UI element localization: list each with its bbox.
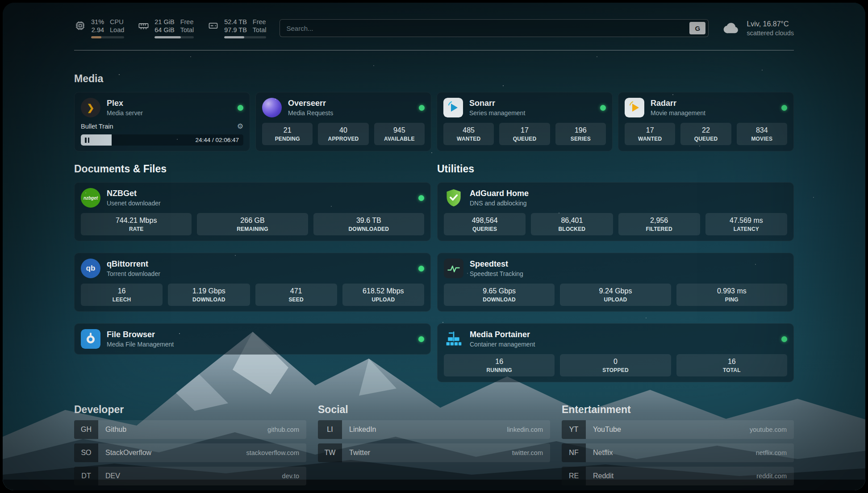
stat-upload: 9.24 Gbps UPLOAD (560, 284, 671, 306)
bookmark-abbr: GH (74, 420, 98, 439)
stat-label: LEECH (83, 297, 161, 303)
section-heading-social: Social (318, 404, 550, 416)
stat-label: QUEUED (682, 136, 729, 142)
status-dot (418, 266, 424, 272)
cpu-load-value: 2.94 (91, 26, 104, 34)
service-card-nzbget[interactable]: nzbget NZBGet Usenet downloader 744.21 M… (74, 182, 431, 241)
filebrowser-icon (81, 329, 100, 349)
service-title: Radarr (651, 99, 705, 108)
sonarr-icon (443, 98, 463, 117)
service-card-overseerr[interactable]: Overseerr Media Requests 21 PENDING 40 A… (255, 92, 431, 151)
service-card-speedtest[interactable]: Speedtest Speedtest Tracking 9.65 Gbps D… (437, 253, 794, 312)
service-card-plex[interactable]: Plex Media server Bullet Train ⚙ (74, 92, 250, 151)
disk-free-value: 52.4 TB (224, 18, 247, 26)
bookmark-linkedin[interactable]: LI LinkedIn linkedin.com (318, 420, 550, 439)
stat-value: 22 (682, 126, 729, 134)
cpu-progress-bar (91, 36, 124, 38)
service-card-radarr[interactable]: Radarr Movie management 17 WANTED 22 QUE… (618, 92, 794, 151)
service-card-qbittorrent[interactable]: qb qBittorrent Torrent downloader 16 LEE… (74, 253, 431, 312)
disk-label-2: Total (253, 26, 267, 34)
service-subtitle: Media Requests (288, 109, 333, 117)
stat-label: QUERIES (446, 226, 524, 232)
stat-series: 196 SERIES (555, 123, 606, 145)
bookmark-abbr: NF (562, 443, 586, 462)
stat-value: 744.21 Mbps (83, 217, 190, 225)
stat-rate: 744.21 Mbps RATE (81, 213, 192, 235)
service-title: Media Portainer (470, 330, 535, 339)
service-subtitle: Media server (107, 109, 143, 117)
section-heading-utilities: Utilities (437, 163, 794, 175)
nzbget-icon: nzbget (81, 188, 100, 208)
stat-value: 21 (264, 126, 311, 134)
stat-value: 0 (562, 358, 669, 366)
service-card-adguard[interactable]: AdGuard Home DNS and adblocking 498,564 … (437, 182, 794, 241)
service-title: AdGuard Home (470, 189, 529, 198)
stat-movies: 834 MOVIES (737, 123, 787, 145)
google-search-button[interactable]: G (689, 22, 705, 34)
disk-label-1: Free (253, 18, 267, 26)
bookmark-abbr: DT (74, 467, 98, 485)
service-subtitle: Media File Management (107, 341, 174, 348)
now-playing-title: Bullet Train (81, 123, 113, 130)
service-title: qBittorrent (107, 259, 160, 269)
service-title: Speedtest (470, 259, 523, 269)
weather-condition: scattered clouds (747, 29, 794, 37)
bookmark-stackoverflow[interactable]: SO StackOverflow stackoverflow.com (74, 443, 306, 462)
memory-total-value: 64 GiB (154, 26, 174, 34)
stat-blocked: 86,401 BLOCKED (531, 213, 613, 235)
dashboard-screen: 31% 2.94 CPU Load (3, 3, 865, 490)
stat-value: 0.993 ms (678, 287, 785, 295)
bookmark-netflix[interactable]: NF Netflix netflix.com (562, 443, 794, 462)
playback-progress-bar[interactable]: 24:44 / 02:06:47 (81, 134, 243, 146)
stat-available: 945 AVAILABLE (374, 123, 425, 145)
stat-download: 1.19 Gbps DOWNLOAD (168, 284, 250, 306)
playback-time: 24:44 / 02:06:47 (195, 137, 239, 143)
bookmark-youtube[interactable]: YT YouTube youtube.com (562, 420, 794, 439)
stat-download: 9.65 Gbps DOWNLOAD (444, 284, 555, 306)
stat-upload: 618.52 Mbps UPLOAD (342, 284, 424, 306)
bookmark-group-developer: Developer GH Github github.com SO StackO… (74, 404, 306, 485)
bookmark-reddit[interactable]: RE Reddit reddit.com (562, 467, 794, 485)
stat-value: 2,956 (620, 217, 698, 225)
stat-value: 9.24 Gbps (562, 287, 669, 295)
bookmark-github[interactable]: GH Github github.com (74, 420, 306, 439)
bookmark-name: Reddit (593, 472, 613, 480)
pause-icon[interactable] (85, 138, 89, 143)
bookmark-name: LinkedIn (349, 426, 376, 434)
stat-label: SERIES (557, 136, 604, 142)
stat-pending: 21 PENDING (262, 123, 313, 145)
bookmark-name: YouTube (593, 426, 621, 434)
memory-progress-fill (154, 36, 181, 38)
bookmark-abbr: RE (562, 467, 586, 485)
stat-value: 16 (446, 358, 553, 366)
service-title: NZBGet (107, 189, 161, 198)
bookmark-group-social: Social LI LinkedIn linkedin.com TW Twitt… (318, 404, 550, 485)
bookmark-domain: linkedin.com (507, 426, 543, 433)
bookmark-dev[interactable]: DT DEV dev.to (74, 467, 306, 485)
stat-running: 16 RUNNING (444, 354, 555, 376)
bookmark-twitter[interactable]: TW Twitter twitter.com (318, 443, 550, 462)
stat-label: WANTED (626, 136, 673, 142)
stat-downloaded: 39.6 TB DOWNLOADED (313, 213, 424, 235)
status-dot (238, 105, 243, 111)
service-card-sonarr[interactable]: Sonarr Series management 485 WANTED 17 Q… (437, 92, 613, 151)
bookmark-name: Github (105, 426, 126, 434)
disk-progress-fill (224, 36, 244, 38)
section-heading-media: Media (74, 73, 794, 85)
stat-label: STOPPED (562, 367, 669, 373)
cpu-widget: 31% 2.94 CPU Load (74, 18, 124, 38)
service-subtitle: Speedtest Tracking (470, 270, 523, 277)
stat-queued: 17 QUEUED (499, 123, 550, 145)
search-input[interactable] (286, 25, 689, 32)
service-card-filebrowser[interactable]: File Browser Media File Management (74, 323, 431, 355)
top-bar: 31% 2.94 CPU Load (74, 3, 794, 38)
service-card-portainer[interactable]: Media Portainer Container management 16 … (437, 323, 794, 382)
stat-value: 834 (739, 126, 785, 134)
stars-layer (3, 3, 4, 4)
status-dot (418, 336, 424, 342)
stat-queries: 498,564 QUERIES (444, 213, 526, 235)
stat-value: 86,401 (533, 217, 611, 225)
stat-label: DOWNLOAD (170, 297, 248, 303)
stat-wanted: 485 WANTED (443, 123, 494, 145)
gear-icon[interactable]: ⚙ (237, 122, 243, 130)
